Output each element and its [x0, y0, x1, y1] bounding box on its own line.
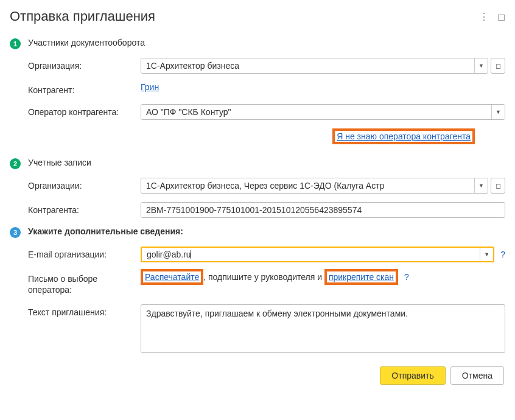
unknown-operator-link[interactable]: Я не знаю оператора контрагента [337, 131, 471, 141]
dropdown-icon[interactable]: ▼ [491, 105, 505, 119]
cp-account-input[interactable] [141, 203, 505, 217]
cp-operator-input[interactable] [141, 105, 491, 119]
counterparty-link[interactable]: Грин [141, 82, 159, 92]
step-badge-2: 2 [10, 158, 21, 169]
organization-input[interactable] [141, 58, 474, 73]
letter-middle-text: , подпишите у руководителя и [203, 272, 324, 282]
attach-scan-link[interactable]: прикрепите скан [329, 272, 394, 282]
dropdown-icon[interactable]: ▼ [474, 58, 488, 73]
dropdown-icon[interactable]: ▼ [480, 248, 493, 261]
kebab-menu-icon[interactable]: ⋮ [479, 11, 489, 23]
dropdown-icon[interactable]: ▼ [474, 178, 488, 193]
orgs-input[interactable] [141, 178, 474, 193]
window-icon[interactable]: ◻ [497, 11, 505, 23]
send-button[interactable]: Отправить [380, 366, 445, 385]
label-email-org: E-mail организации: [28, 247, 141, 260]
help-icon[interactable]: ? [500, 250, 505, 259]
invite-text-textarea[interactable] [141, 304, 505, 353]
print-link[interactable]: Распечатайте [145, 272, 199, 282]
email-org-input[interactable]: golir@ab.ru [142, 248, 480, 261]
step-badge-3: 3 [10, 227, 21, 238]
label-cp-operator: Оператор контрагента: [28, 104, 141, 117]
step-badge-1: 1 [10, 38, 21, 49]
step-title-2: Учетные записи [28, 158, 91, 167]
page-title: Отправка приглашения [10, 9, 155, 24]
label-orgs: Организации: [28, 178, 141, 191]
step-title-1: Участники документооборота [28, 38, 145, 47]
label-cp-account: Контрагента: [28, 202, 141, 215]
open-external-button[interactable]: ◻ [491, 58, 505, 74]
help-icon[interactable]: ? [404, 271, 409, 284]
label-invite-text: Текст приглашения: [28, 304, 141, 318]
step-title-3: Укажите дополнительные сведения: [28, 226, 183, 236]
open-external-button[interactable]: ◻ [491, 178, 505, 194]
label-organization: Организация: [28, 58, 141, 71]
label-counterparty: Контрагент: [28, 82, 141, 96]
cancel-button[interactable]: Отмена [450, 366, 504, 385]
label-letter: Письмо о выборе оператора: [28, 271, 141, 295]
